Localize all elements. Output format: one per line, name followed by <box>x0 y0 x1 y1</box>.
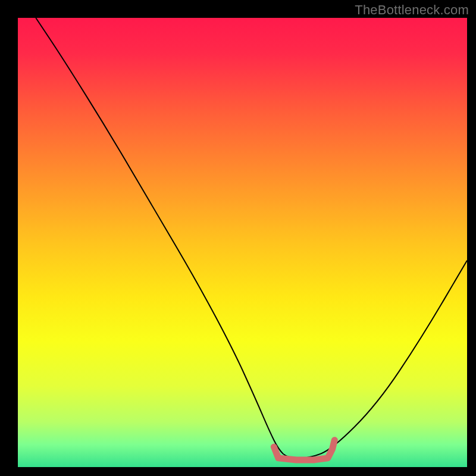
bottleneck-chart <box>0 0 476 476</box>
gradient-background <box>18 18 467 467</box>
watermark-text: TheBottleneck.com <box>355 2 469 18</box>
chart-frame: TheBottleneck.com <box>0 0 476 476</box>
